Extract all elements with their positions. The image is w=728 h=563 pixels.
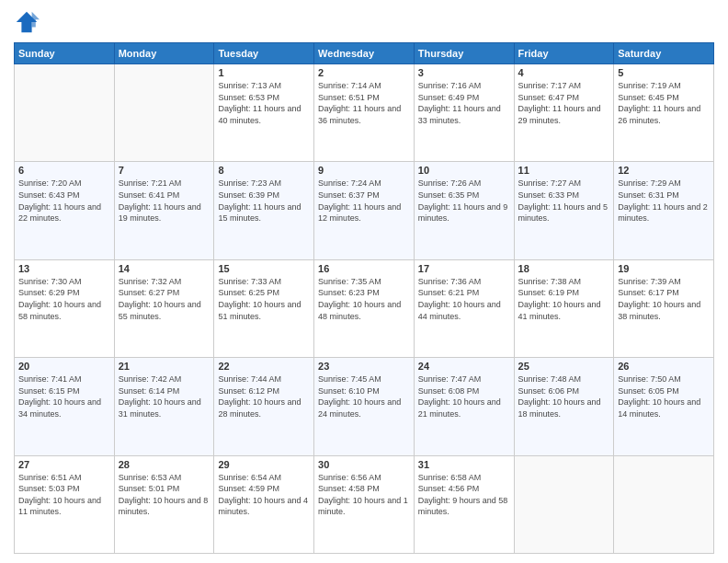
day-number: 22 xyxy=(218,361,310,372)
day-number: 11 xyxy=(518,165,610,176)
day-number: 17 xyxy=(418,263,510,274)
calendar-cell: 8Sunrise: 7:23 AMSunset: 6:39 PMDaylight… xyxy=(214,162,314,259)
calendar-cell: 11Sunrise: 7:27 AMSunset: 6:33 PMDayligh… xyxy=(514,162,614,259)
calendar-cell: 22Sunrise: 7:44 AMSunset: 6:12 PMDayligh… xyxy=(214,358,314,455)
svg-marker-1 xyxy=(32,12,40,28)
day-number: 12 xyxy=(618,165,710,176)
calendar-cell: 6Sunrise: 7:20 AMSunset: 6:43 PMDaylight… xyxy=(15,162,115,259)
day-info: Sunrise: 7:42 AMSunset: 6:14 PMDaylight:… xyxy=(119,373,210,419)
calendar-cell: 23Sunrise: 7:45 AMSunset: 6:10 PMDayligh… xyxy=(314,358,415,455)
day-info: Sunrise: 7:44 AMSunset: 6:12 PMDaylight:… xyxy=(218,373,310,419)
day-number: 23 xyxy=(318,361,410,372)
calendar-cell: 31Sunrise: 6:58 AMSunset: 4:56 PMDayligh… xyxy=(414,455,514,553)
day-number: 6 xyxy=(18,165,110,176)
day-info: Sunrise: 7:45 AMSunset: 6:10 PMDaylight:… xyxy=(318,373,410,419)
calendar-cell: 10Sunrise: 7:26 AMSunset: 6:35 PMDayligh… xyxy=(414,162,514,259)
calendar-week-row: 1Sunrise: 7:13 AMSunset: 6:53 PMDaylight… xyxy=(15,64,714,162)
day-info: Sunrise: 7:16 AMSunset: 6:49 PMDaylight:… xyxy=(418,80,510,126)
day-info: Sunrise: 7:29 AMSunset: 6:31 PMDaylight:… xyxy=(618,178,710,224)
page: SundayMondayTuesdayWednesdayThursdayFrid… xyxy=(0,0,728,563)
calendar-cell: 3Sunrise: 7:16 AMSunset: 6:49 PMDaylight… xyxy=(414,64,514,162)
day-number: 20 xyxy=(18,361,110,372)
day-info: Sunrise: 7:14 AMSunset: 6:51 PMDaylight:… xyxy=(318,80,410,126)
calendar-week-row: 27Sunrise: 6:51 AMSunset: 5:03 PMDayligh… xyxy=(15,455,714,553)
calendar-cell: 19Sunrise: 7:39 AMSunset: 6:17 PMDayligh… xyxy=(614,259,714,357)
day-info: Sunrise: 6:54 AMSunset: 4:59 PMDaylight:… xyxy=(218,472,310,518)
calendar-cell: 5Sunrise: 7:19 AMSunset: 6:45 PMDaylight… xyxy=(614,64,714,162)
calendar-cell xyxy=(514,455,614,553)
day-info: Sunrise: 7:50 AMSunset: 6:05 PMDaylight:… xyxy=(618,373,710,419)
calendar-cell xyxy=(114,64,214,162)
day-info: Sunrise: 6:58 AMSunset: 4:56 PMDaylight:… xyxy=(418,472,510,518)
day-number: 3 xyxy=(418,67,510,78)
calendar-cell: 17Sunrise: 7:36 AMSunset: 6:21 PMDayligh… xyxy=(414,259,514,357)
day-number: 13 xyxy=(18,263,110,274)
calendar-header-row: SundayMondayTuesdayWednesdayThursdayFrid… xyxy=(15,43,714,64)
day-info: Sunrise: 7:47 AMSunset: 6:08 PMDaylight:… xyxy=(418,373,510,419)
day-number: 9 xyxy=(318,165,410,176)
day-number: 16 xyxy=(318,263,410,274)
day-info: Sunrise: 7:48 AMSunset: 6:06 PMDaylight:… xyxy=(518,373,610,419)
calendar-header-saturday: Saturday xyxy=(614,43,714,64)
day-info: Sunrise: 7:19 AMSunset: 6:45 PMDaylight:… xyxy=(618,80,710,126)
day-number: 30 xyxy=(318,459,410,470)
calendar-table: SundayMondayTuesdayWednesdayThursdayFrid… xyxy=(14,42,714,554)
calendar-header-thursday: Thursday xyxy=(414,43,514,64)
day-number: 2 xyxy=(318,67,410,78)
day-number: 29 xyxy=(218,459,310,470)
day-info: Sunrise: 6:56 AMSunset: 4:58 PMDaylight:… xyxy=(318,472,410,518)
calendar-cell: 29Sunrise: 6:54 AMSunset: 4:59 PMDayligh… xyxy=(214,455,314,553)
day-info: Sunrise: 7:23 AMSunset: 6:39 PMDaylight:… xyxy=(218,178,310,224)
day-number: 5 xyxy=(618,67,710,78)
day-number: 7 xyxy=(119,165,210,176)
day-number: 26 xyxy=(618,361,710,372)
calendar-cell: 30Sunrise: 6:56 AMSunset: 4:58 PMDayligh… xyxy=(314,455,415,553)
calendar-week-row: 20Sunrise: 7:41 AMSunset: 6:15 PMDayligh… xyxy=(15,358,714,455)
calendar-cell: 16Sunrise: 7:35 AMSunset: 6:23 PMDayligh… xyxy=(314,259,415,357)
day-info: Sunrise: 7:21 AMSunset: 6:41 PMDaylight:… xyxy=(119,178,210,224)
calendar-header-wednesday: Wednesday xyxy=(314,43,415,64)
day-info: Sunrise: 7:27 AMSunset: 6:33 PMDaylight:… xyxy=(518,178,610,224)
calendar-cell: 7Sunrise: 7:21 AMSunset: 6:41 PMDaylight… xyxy=(114,162,214,259)
day-info: Sunrise: 7:39 AMSunset: 6:17 PMDaylight:… xyxy=(618,276,710,322)
calendar-week-row: 13Sunrise: 7:30 AMSunset: 6:29 PMDayligh… xyxy=(15,259,714,357)
calendar-header-friday: Friday xyxy=(514,43,614,64)
calendar-cell xyxy=(614,455,714,553)
day-info: Sunrise: 6:53 AMSunset: 5:01 PMDaylight:… xyxy=(119,472,210,518)
day-number: 24 xyxy=(418,361,510,372)
day-number: 25 xyxy=(518,361,610,372)
day-info: Sunrise: 7:13 AMSunset: 6:53 PMDaylight:… xyxy=(218,80,310,126)
day-number: 1 xyxy=(218,67,310,78)
day-info: Sunrise: 7:17 AMSunset: 6:47 PMDaylight:… xyxy=(518,80,610,126)
day-number: 19 xyxy=(618,263,710,274)
calendar-cell: 4Sunrise: 7:17 AMSunset: 6:47 PMDaylight… xyxy=(514,64,614,162)
calendar-cell: 21Sunrise: 7:42 AMSunset: 6:14 PMDayligh… xyxy=(114,358,214,455)
calendar-week-row: 6Sunrise: 7:20 AMSunset: 6:43 PMDaylight… xyxy=(15,162,714,259)
day-number: 28 xyxy=(119,459,210,470)
header xyxy=(14,9,714,35)
calendar-cell: 12Sunrise: 7:29 AMSunset: 6:31 PMDayligh… xyxy=(614,162,714,259)
day-info: Sunrise: 6:51 AMSunset: 5:03 PMDaylight:… xyxy=(18,472,110,518)
calendar-cell xyxy=(15,64,115,162)
calendar-cell: 9Sunrise: 7:24 AMSunset: 6:37 PMDaylight… xyxy=(314,162,415,259)
day-number: 15 xyxy=(218,263,310,274)
day-number: 31 xyxy=(418,459,510,470)
calendar-cell: 28Sunrise: 6:53 AMSunset: 5:01 PMDayligh… xyxy=(114,455,214,553)
calendar-cell: 24Sunrise: 7:47 AMSunset: 6:08 PMDayligh… xyxy=(414,358,514,455)
calendar-cell: 26Sunrise: 7:50 AMSunset: 6:05 PMDayligh… xyxy=(614,358,714,455)
day-info: Sunrise: 7:35 AMSunset: 6:23 PMDaylight:… xyxy=(318,276,410,322)
calendar-header-monday: Monday xyxy=(114,43,214,64)
logo-icon xyxy=(14,9,40,35)
day-number: 8 xyxy=(218,165,310,176)
day-number: 27 xyxy=(18,459,110,470)
calendar-cell: 14Sunrise: 7:32 AMSunset: 6:27 PMDayligh… xyxy=(114,259,214,357)
day-info: Sunrise: 7:24 AMSunset: 6:37 PMDaylight:… xyxy=(318,178,410,224)
day-info: Sunrise: 7:30 AMSunset: 6:29 PMDaylight:… xyxy=(18,276,110,322)
calendar-cell: 25Sunrise: 7:48 AMSunset: 6:06 PMDayligh… xyxy=(514,358,614,455)
calendar-cell: 15Sunrise: 7:33 AMSunset: 6:25 PMDayligh… xyxy=(214,259,314,357)
day-number: 21 xyxy=(119,361,210,372)
calendar-header-sunday: Sunday xyxy=(15,43,115,64)
logo xyxy=(14,9,43,35)
day-number: 10 xyxy=(418,165,510,176)
day-info: Sunrise: 7:38 AMSunset: 6:19 PMDaylight:… xyxy=(518,276,610,322)
